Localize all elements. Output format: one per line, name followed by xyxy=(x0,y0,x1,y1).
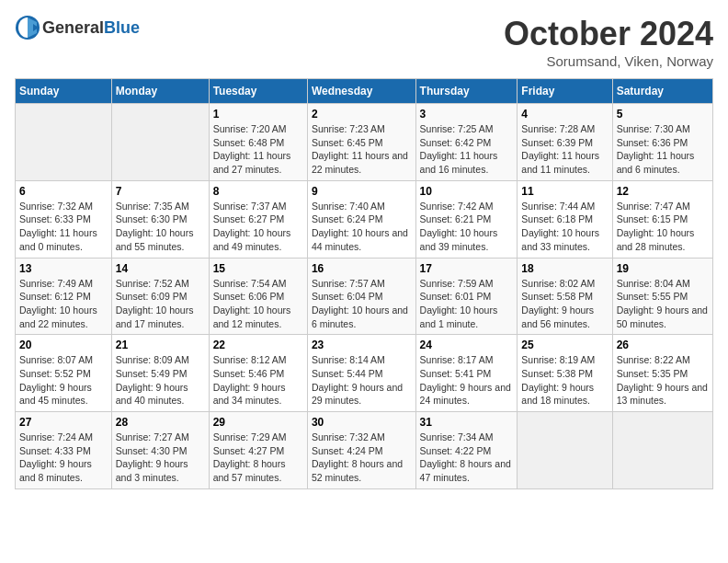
day-info: Sunrise: 7:29 AMSunset: 4:27 PMDaylight:… xyxy=(213,431,303,485)
day-info: Sunrise: 8:12 AMSunset: 5:46 PMDaylight:… xyxy=(213,353,303,408)
calendar-cell: 5Sunrise: 7:30 AMSunset: 6:36 PMDaylight… xyxy=(612,104,712,181)
calendar-cell: 13Sunrise: 7:49 AMSunset: 6:12 PMDayligh… xyxy=(16,258,112,335)
calendar-cell: 31Sunrise: 7:34 AMSunset: 4:22 PMDayligh… xyxy=(415,412,518,489)
logo-blue: Blue xyxy=(104,18,140,37)
day-info: Sunrise: 7:23 AMSunset: 6:45 PMDaylight:… xyxy=(312,122,412,177)
day-info: Sunrise: 8:14 AMSunset: 5:44 PMDaylight:… xyxy=(312,353,412,408)
day-number: 24 xyxy=(420,339,514,351)
day-number: 28 xyxy=(116,416,205,429)
calendar-cell: 14Sunrise: 7:52 AMSunset: 6:09 PMDayligh… xyxy=(111,258,209,335)
day-info: Sunrise: 7:24 AMSunset: 4:33 PMDaylight:… xyxy=(19,431,108,485)
day-info: Sunrise: 7:35 AMSunset: 6:30 PMDaylight:… xyxy=(116,200,205,254)
day-number: 6 xyxy=(19,185,108,198)
day-number: 11 xyxy=(521,185,608,198)
day-info: Sunrise: 7:25 AMSunset: 6:42 PMDaylight:… xyxy=(420,122,514,177)
day-info: Sunrise: 7:54 AMSunset: 6:06 PMDaylight:… xyxy=(213,277,303,331)
day-number: 30 xyxy=(312,416,412,429)
day-info: Sunrise: 8:07 AMSunset: 5:52 PMDaylight:… xyxy=(19,353,108,408)
calendar-cell: 10Sunrise: 7:42 AMSunset: 6:21 PMDayligh… xyxy=(415,180,518,258)
day-number: 26 xyxy=(617,339,709,351)
logo: GeneralBlue xyxy=(15,15,140,40)
day-info: Sunrise: 7:27 AMSunset: 4:30 PMDaylight:… xyxy=(116,431,205,485)
calendar-cell: 24Sunrise: 8:17 AMSunset: 5:41 PMDayligh… xyxy=(415,335,518,412)
calendar-cell xyxy=(518,412,612,489)
location-title: Sorumsand, Viken, Norway xyxy=(504,53,713,69)
calendar-cell: 17Sunrise: 7:59 AMSunset: 6:01 PMDayligh… xyxy=(415,258,518,335)
day-number: 31 xyxy=(420,416,514,429)
day-info: Sunrise: 8:02 AMSunset: 5:58 PMDaylight:… xyxy=(521,277,608,331)
calendar-week-row: 27Sunrise: 7:24 AMSunset: 4:33 PMDayligh… xyxy=(16,412,713,489)
day-number: 7 xyxy=(116,185,205,198)
col-header-thursday: Thursday xyxy=(415,79,518,104)
day-info: Sunrise: 7:32 AMSunset: 6:33 PMDaylight:… xyxy=(19,200,108,254)
day-number: 5 xyxy=(617,108,709,121)
day-info: Sunrise: 7:49 AMSunset: 6:12 PMDaylight:… xyxy=(19,277,108,331)
calendar-week-row: 1Sunrise: 7:20 AMSunset: 6:48 PMDaylight… xyxy=(16,104,713,181)
title-block: October 2024 Sorumsand, Viken, Norway xyxy=(504,15,713,69)
day-number: 10 xyxy=(420,185,514,198)
calendar-cell: 20Sunrise: 8:07 AMSunset: 5:52 PMDayligh… xyxy=(16,335,112,412)
day-number: 2 xyxy=(312,108,412,121)
calendar-cell: 16Sunrise: 7:57 AMSunset: 6:04 PMDayligh… xyxy=(307,258,415,335)
day-number: 4 xyxy=(521,108,608,121)
day-info: Sunrise: 7:52 AMSunset: 6:09 PMDaylight:… xyxy=(116,277,205,331)
calendar-cell: 28Sunrise: 7:27 AMSunset: 4:30 PMDayligh… xyxy=(111,412,209,489)
day-info: Sunrise: 8:04 AMSunset: 5:55 PMDaylight:… xyxy=(617,277,709,331)
day-info: Sunrise: 7:59 AMSunset: 6:01 PMDaylight:… xyxy=(420,277,514,331)
calendar-cell: 9Sunrise: 7:40 AMSunset: 6:24 PMDaylight… xyxy=(307,180,415,258)
col-header-wednesday: Wednesday xyxy=(307,79,415,104)
day-number: 21 xyxy=(116,339,205,351)
calendar-cell: 15Sunrise: 7:54 AMSunset: 6:06 PMDayligh… xyxy=(209,258,307,335)
day-info: Sunrise: 7:42 AMSunset: 6:21 PMDaylight:… xyxy=(420,200,514,254)
col-header-tuesday: Tuesday xyxy=(209,79,307,104)
day-info: Sunrise: 7:37 AMSunset: 6:27 PMDaylight:… xyxy=(213,200,303,254)
calendar-cell: 18Sunrise: 8:02 AMSunset: 5:58 PMDayligh… xyxy=(518,258,612,335)
calendar-cell: 30Sunrise: 7:32 AMSunset: 4:24 PMDayligh… xyxy=(307,412,415,489)
day-info: Sunrise: 8:09 AMSunset: 5:49 PMDaylight:… xyxy=(116,353,205,408)
logo-text: GeneralBlue xyxy=(42,18,140,38)
day-info: Sunrise: 7:44 AMSunset: 6:18 PMDaylight:… xyxy=(521,200,608,254)
calendar-cell xyxy=(111,104,209,181)
day-info: Sunrise: 8:19 AMSunset: 5:38 PMDaylight:… xyxy=(521,353,608,408)
calendar-cell: 26Sunrise: 8:22 AMSunset: 5:35 PMDayligh… xyxy=(612,335,712,412)
logo-general: General xyxy=(42,18,104,37)
calendar-week-row: 13Sunrise: 7:49 AMSunset: 6:12 PMDayligh… xyxy=(16,258,713,335)
day-number: 18 xyxy=(521,262,608,275)
calendar-cell: 21Sunrise: 8:09 AMSunset: 5:49 PMDayligh… xyxy=(111,335,209,412)
calendar-cell: 27Sunrise: 7:24 AMSunset: 4:33 PMDayligh… xyxy=(16,412,112,489)
day-info: Sunrise: 7:32 AMSunset: 4:24 PMDaylight:… xyxy=(312,431,412,485)
col-header-monday: Monday xyxy=(111,79,209,104)
day-number: 22 xyxy=(213,339,303,351)
page-header: GeneralBlue October 2024 Sorumsand, Vike… xyxy=(15,15,713,69)
day-number: 15 xyxy=(213,262,303,275)
day-number: 14 xyxy=(116,262,205,275)
calendar-cell: 19Sunrise: 8:04 AMSunset: 5:55 PMDayligh… xyxy=(612,258,712,335)
day-info: Sunrise: 7:20 AMSunset: 6:48 PMDaylight:… xyxy=(213,122,303,177)
calendar-cell: 3Sunrise: 7:25 AMSunset: 6:42 PMDaylight… xyxy=(415,104,518,181)
calendar-week-row: 6Sunrise: 7:32 AMSunset: 6:33 PMDaylight… xyxy=(16,180,713,258)
day-number: 25 xyxy=(521,339,608,351)
day-number: 17 xyxy=(420,262,514,275)
day-number: 12 xyxy=(617,185,709,198)
day-info: Sunrise: 7:28 AMSunset: 6:39 PMDaylight:… xyxy=(521,122,608,177)
calendar-cell: 4Sunrise: 7:28 AMSunset: 6:39 PMDaylight… xyxy=(518,104,612,181)
day-number: 8 xyxy=(213,185,303,198)
day-number: 9 xyxy=(312,185,412,198)
day-number: 1 xyxy=(213,108,303,121)
calendar-cell: 7Sunrise: 7:35 AMSunset: 6:30 PMDaylight… xyxy=(111,180,209,258)
day-info: Sunrise: 7:40 AMSunset: 6:24 PMDaylight:… xyxy=(312,200,412,254)
calendar-cell: 6Sunrise: 7:32 AMSunset: 6:33 PMDaylight… xyxy=(16,180,112,258)
calendar-cell: 29Sunrise: 7:29 AMSunset: 4:27 PMDayligh… xyxy=(209,412,307,489)
calendar-table: SundayMondayTuesdayWednesdayThursdayFrid… xyxy=(15,78,713,489)
calendar-cell: 11Sunrise: 7:44 AMSunset: 6:18 PMDayligh… xyxy=(518,180,612,258)
calendar-cell: 22Sunrise: 8:12 AMSunset: 5:46 PMDayligh… xyxy=(209,335,307,412)
calendar-cell: 25Sunrise: 8:19 AMSunset: 5:38 PMDayligh… xyxy=(518,335,612,412)
col-header-sunday: Sunday xyxy=(16,79,112,104)
logo-icon xyxy=(15,15,40,40)
day-info: Sunrise: 7:30 AMSunset: 6:36 PMDaylight:… xyxy=(617,122,709,177)
day-info: Sunrise: 7:47 AMSunset: 6:15 PMDaylight:… xyxy=(617,200,709,254)
calendar-week-row: 20Sunrise: 8:07 AMSunset: 5:52 PMDayligh… xyxy=(16,335,713,412)
calendar-cell: 2Sunrise: 7:23 AMSunset: 6:45 PMDaylight… xyxy=(307,104,415,181)
calendar-cell xyxy=(16,104,112,181)
day-number: 20 xyxy=(19,339,108,351)
